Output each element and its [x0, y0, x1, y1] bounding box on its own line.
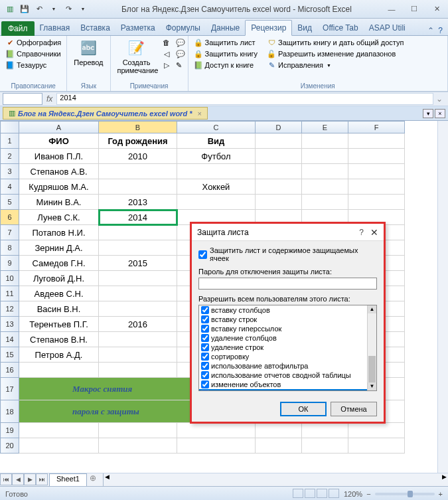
name-box[interactable]: [3, 93, 42, 105]
allow-ranges-button[interactable]: 🔓Разрешить изменение диапазонов: [265, 48, 405, 59]
active-cell[interactable]: 2014: [99, 210, 177, 225]
col-header-a[interactable]: A: [19, 122, 99, 133]
show-ink-button[interactable]: ✎: [175, 60, 184, 70]
vertical-scrollbar[interactable]: [437, 121, 448, 473]
track-changes-button[interactable]: ✎Исправления▼: [265, 60, 405, 70]
row-header[interactable]: 19: [1, 423, 19, 438]
row-header[interactable]: 8: [1, 240, 19, 256]
tab-file[interactable]: Файл: [1, 21, 35, 36]
perm-item[interactable]: использование отчетов сводной таблицы: [199, 371, 376, 380]
row-header[interactable]: 17: [1, 378, 19, 400]
help-icon[interactable]: ?: [438, 26, 443, 35]
row-header[interactable]: 7: [1, 225, 19, 240]
perm-item[interactable]: удаление столбцов: [199, 333, 376, 343]
next-comment-button[interactable]: ▷: [161, 60, 172, 70]
share-book-button[interactable]: 📗Доступ к книге: [192, 60, 260, 70]
row-header[interactable]: 15: [1, 347, 19, 363]
tab-review[interactable]: Рецензир: [245, 20, 292, 36]
protect-sheet-button[interactable]: 🔒Защитить лист: [192, 37, 260, 48]
spell-check-button[interactable]: ✔Орфография: [4, 37, 62, 48]
perm-item[interactable]: сортировку: [199, 352, 376, 361]
protect-checkbox[interactable]: Защитить лист и содержимое защищаемых яч…: [198, 246, 377, 262]
row-header[interactable]: 3: [1, 164, 19, 179]
perm-list-scrollbar[interactable]: ▲ ▼: [367, 305, 376, 390]
tab-asap[interactable]: ASAP Utili: [364, 21, 411, 35]
tab-home[interactable]: Главная: [35, 21, 76, 35]
tab-office[interactable]: Office Tab: [317, 21, 364, 35]
scroll-up-icon[interactable]: ▲: [368, 305, 376, 313]
perm-item[interactable]: вставку гиперссылок: [199, 324, 376, 333]
dialog-help-icon[interactable]: ?: [359, 228, 364, 237]
tab-data[interactable]: Данные: [206, 21, 245, 35]
row-header[interactable]: 16: [1, 363, 19, 378]
minimize-ribbon-icon[interactable]: ⌃: [427, 26, 434, 35]
tab-layout[interactable]: Разметка: [115, 21, 161, 35]
save-icon[interactable]: 💾: [19, 3, 31, 15]
perm-item-selected[interactable]: изменение сценариев: [199, 389, 376, 391]
horizontal-scrollbar[interactable]: ◀ ▶: [103, 473, 448, 486]
row-header[interactable]: 4: [1, 179, 19, 195]
row-header[interactable]: 1: [1, 133, 19, 149]
doc-restore-button[interactable]: ▾: [423, 109, 433, 118]
translate-button[interactable]: 🔤 Перевод: [71, 37, 106, 68]
show-comment-button[interactable]: 💬: [175, 37, 184, 48]
undo-icon[interactable]: ↶: [33, 3, 45, 15]
row-header[interactable]: 6: [1, 210, 19, 225]
password-input[interactable]: [198, 278, 377, 290]
dialog-title-bar[interactable]: Защита листа ? ✕: [192, 224, 384, 241]
col-header-f[interactable]: F: [348, 122, 405, 133]
sheet-first-icon[interactable]: ⏮: [0, 473, 12, 485]
tab-formulas[interactable]: Формулы: [161, 21, 206, 35]
show-all-comments-button[interactable]: 💬: [175, 48, 184, 59]
row-header[interactable]: 5: [1, 195, 19, 210]
sheet-last-icon[interactable]: ⏭: [36, 473, 48, 485]
maximize-button[interactable]: ☐: [403, 3, 425, 16]
dialog-close-icon[interactable]: ✕: [370, 227, 378, 238]
redo-icon[interactable]: ↷: [62, 3, 74, 15]
protect-book-button[interactable]: 🔒Защитить книгу: [192, 48, 260, 59]
scroll-thumb[interactable]: [368, 356, 376, 382]
tab-view[interactable]: Вид: [292, 21, 317, 35]
delete-comment-button[interactable]: 🗑: [161, 37, 172, 48]
formula-input[interactable]: 2014: [56, 93, 433, 105]
perm-item[interactable]: изменение объектов: [199, 380, 376, 389]
row-header[interactable]: 10: [1, 271, 19, 286]
thesaurus-button[interactable]: 📘Тезаурус: [4, 60, 62, 70]
zoom-out-button[interactable]: −: [366, 490, 370, 498]
undo-dropdown-icon[interactable]: ▼: [48, 3, 60, 15]
fx-icon[interactable]: fx: [46, 94, 52, 104]
view-buttons[interactable]: [292, 489, 340, 499]
cancel-button[interactable]: Отмена: [331, 402, 377, 416]
workbook-close-icon[interactable]: ×: [197, 110, 201, 118]
close-button[interactable]: ✕: [425, 3, 448, 16]
zoom-level[interactable]: 120%: [344, 490, 362, 498]
workbook-tab[interactable]: ▥ Блог на Яндекс.Дзен Самоучитель excel …: [3, 107, 208, 120]
col-header-c[interactable]: C: [177, 122, 256, 133]
row-header[interactable]: 11: [1, 286, 19, 301]
protect-share-button[interactable]: 🛡Защитить книгу и дать общий доступ: [265, 37, 405, 48]
doc-close-button[interactable]: ×: [435, 109, 445, 118]
row-header[interactable]: 14: [1, 332, 19, 347]
row-header[interactable]: 12: [1, 301, 19, 317]
qat-customize-icon[interactable]: ▼: [77, 3, 89, 15]
perm-item[interactable]: вставку столбцов: [199, 305, 376, 315]
tab-insert[interactable]: Вставка: [75, 21, 115, 35]
reference-button[interactable]: 📗Справочники: [4, 48, 62, 59]
row-header[interactable]: 2: [1, 149, 19, 164]
col-header-e[interactable]: E: [302, 122, 348, 133]
row-header[interactable]: 9: [1, 256, 19, 271]
col-header-b[interactable]: B: [99, 122, 177, 133]
row-header[interactable]: 13: [1, 317, 19, 332]
sheet-prev-icon[interactable]: ◀: [12, 473, 24, 485]
sheet-tab[interactable]: Sheet1: [49, 473, 87, 486]
col-header-d[interactable]: D: [256, 122, 302, 133]
new-sheet-icon[interactable]: ⊕: [87, 473, 99, 486]
row-header[interactable]: 20: [1, 438, 19, 454]
perm-item[interactable]: вставку строк: [199, 315, 376, 324]
zoom-in-button[interactable]: +: [439, 490, 443, 498]
permissions-list[interactable]: вставку столбцов вставку строк вставку г…: [198, 305, 377, 391]
zoom-slider[interactable]: [375, 493, 435, 495]
ok-button[interactable]: ОК: [280, 402, 327, 416]
protect-checkbox-input[interactable]: [198, 250, 207, 259]
scroll-down-icon[interactable]: ▼: [368, 382, 376, 390]
